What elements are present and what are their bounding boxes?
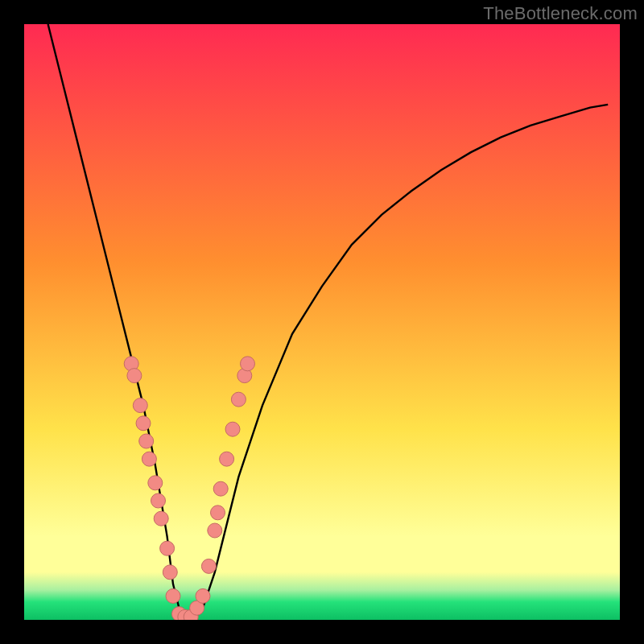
data-point xyxy=(127,369,142,383)
data-point xyxy=(154,511,168,526)
data-point xyxy=(139,434,154,448)
data-point xyxy=(142,452,156,466)
bottleneck-curve xyxy=(48,24,609,620)
attribution-text: TheBottleneck.com xyxy=(483,3,638,24)
data-point xyxy=(166,588,180,603)
data-point xyxy=(196,588,210,603)
data-point xyxy=(231,392,246,407)
data-point xyxy=(213,481,228,496)
data-point xyxy=(225,422,240,436)
data-point xyxy=(148,476,163,490)
data-point xyxy=(220,452,234,466)
data-point xyxy=(151,493,166,508)
data-point xyxy=(160,541,175,555)
curve-overlay xyxy=(24,24,620,620)
data-point xyxy=(163,565,177,580)
data-point xyxy=(211,506,225,520)
data-point xyxy=(208,523,222,538)
data-point xyxy=(136,416,151,431)
chart-container: TheBottleneck.com xyxy=(0,0,644,644)
data-point xyxy=(241,357,255,371)
data-point xyxy=(201,559,216,573)
plot-frame xyxy=(24,24,620,620)
data-point xyxy=(133,398,147,413)
